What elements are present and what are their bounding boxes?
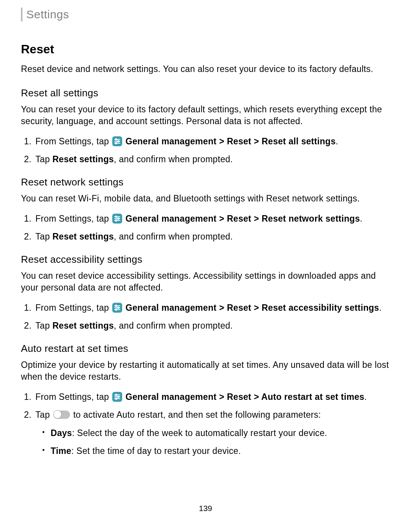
settings-sliders-icon — [112, 303, 122, 313]
step-text-prefix: From Settings, tap — [35, 136, 112, 146]
step-text-bold: Reset settings — [53, 154, 114, 164]
step-text-prefix: Tap — [35, 232, 53, 241]
parameter-label: Days — [51, 428, 72, 438]
list-number: 2. — [24, 153, 32, 166]
page-title: Reset — [21, 42, 390, 56]
step-text-bold: General management > Reset > Reset netwo… — [126, 214, 360, 224]
step-text-bold: General management > Reset > Auto restar… — [126, 392, 365, 402]
list-number: 2. — [24, 319, 32, 332]
section-reset-accessibility-settings: Reset accessibility settings You can res… — [21, 254, 390, 332]
list-number: 1. — [24, 212, 32, 225]
parameter-item: • Days: Select the day of the week to au… — [51, 427, 390, 440]
svg-point-21 — [118, 396, 119, 398]
step-text-bold: Reset settings — [53, 321, 114, 331]
step-text-suffix: , and confirm when prompted. — [114, 232, 233, 241]
step-text-bold: Reset settings — [53, 232, 114, 241]
svg-point-1 — [115, 139, 117, 140]
step-text-prefix: Tap — [35, 321, 53, 331]
step-text-prefix: Tap — [35, 410, 53, 420]
step-item: 2. Tap Reset settings, and confirm when … — [35, 230, 390, 243]
section-heading: Auto restart at set times — [21, 343, 390, 355]
svg-point-5 — [115, 142, 117, 144]
section-heading: Reset accessibility settings — [21, 254, 390, 265]
steps-list: 1. From Settings, tap General management… — [21, 301, 390, 332]
section-heading: Reset network settings — [21, 176, 390, 188]
list-number: 1. — [24, 135, 32, 148]
step-text-suffix: , and confirm when prompted. — [114, 321, 233, 331]
step-text-prefix: From Settings, tap — [35, 303, 112, 313]
step-text-prefix: From Settings, tap — [35, 214, 112, 224]
steps-list: 1. From Settings, tap General management… — [21, 390, 390, 457]
svg-point-15 — [118, 307, 119, 308]
svg-point-9 — [118, 218, 119, 219]
list-number: 2. — [24, 408, 32, 422]
section-heading: Reset all settings — [21, 87, 390, 99]
step-text-bold: General management > Reset > Reset acces… — [126, 303, 379, 313]
section-description: You can reset your device to its factory… — [21, 104, 390, 127]
step-text-prefix: From Settings, tap — [35, 392, 112, 402]
parameter-text: : Select the day of the week to automati… — [72, 428, 327, 438]
section-description: You can reset Wi-Fi, mobile data, and Bl… — [21, 193, 390, 204]
parameter-text: : Set the time of day to restart your de… — [71, 446, 241, 456]
steps-list: 1. From Settings, tap General management… — [21, 212, 390, 243]
svg-point-13 — [115, 305, 117, 307]
bullet-icon: • — [42, 427, 45, 438]
step-item: 2. Tap Reset settings, and confirm when … — [35, 319, 390, 332]
step-text-suffix: . — [379, 303, 382, 313]
step-text-bold: General management > Reset > Reset all s… — [126, 136, 336, 146]
header-accent-bar — [21, 8, 22, 21]
step-item: 1. From Settings, tap General management… — [35, 212, 390, 225]
list-number: 2. — [24, 230, 32, 243]
parameter-list: • Days: Select the day of the week to au… — [35, 427, 390, 457]
step-text-suffix: to activate Auto restart, and then set t… — [73, 410, 321, 420]
step-text-suffix: . — [336, 136, 338, 146]
section-description: Optimize your device by restarting it au… — [21, 359, 390, 383]
toggle-switch-icon — [53, 410, 70, 419]
list-number: 1. — [24, 390, 32, 404]
step-item: 2. Tap Reset settings, and confirm when … — [35, 153, 390, 166]
section-reset-all-settings: Reset all settings You can reset your de… — [21, 87, 390, 166]
svg-point-7 — [115, 216, 117, 217]
svg-point-3 — [118, 141, 119, 142]
svg-point-19 — [115, 394, 117, 396]
breadcrumb-title: Settings — [26, 8, 69, 21]
svg-point-23 — [115, 398, 117, 399]
bullet-icon: • — [42, 445, 45, 455]
list-number: 1. — [24, 301, 32, 315]
parameter-label: Time — [51, 446, 71, 456]
section-reset-network-settings: Reset network settings You can reset Wi-… — [21, 176, 390, 243]
page-header: Settings — [21, 8, 390, 21]
svg-point-17 — [115, 309, 117, 310]
svg-point-11 — [115, 220, 117, 221]
step-item: 2. Tap to activate Auto restart, and the… — [35, 408, 390, 458]
parameter-item: • Time: Set the time of day to restart y… — [51, 444, 390, 458]
settings-sliders-icon — [112, 136, 122, 146]
step-item: 1. From Settings, tap General management… — [35, 135, 390, 148]
section-description: You can reset device accessibility setti… — [21, 270, 390, 294]
step-item: 1. From Settings, tap General management… — [35, 390, 390, 404]
page-number: 139 — [199, 504, 212, 513]
settings-sliders-icon — [112, 392, 122, 402]
step-text-suffix: . — [360, 214, 363, 224]
settings-sliders-icon — [112, 214, 122, 224]
intro-text: Reset device and network settings. You c… — [21, 63, 390, 75]
step-text-prefix: Tap — [35, 154, 53, 164]
step-text-suffix: . — [364, 392, 367, 402]
step-text-suffix: , and confirm when prompted. — [114, 154, 233, 164]
section-auto-restart: Auto restart at set times Optimize your … — [21, 343, 390, 457]
step-item: 1. From Settings, tap General management… — [35, 301, 390, 315]
steps-list: 1. From Settings, tap General management… — [21, 135, 390, 166]
